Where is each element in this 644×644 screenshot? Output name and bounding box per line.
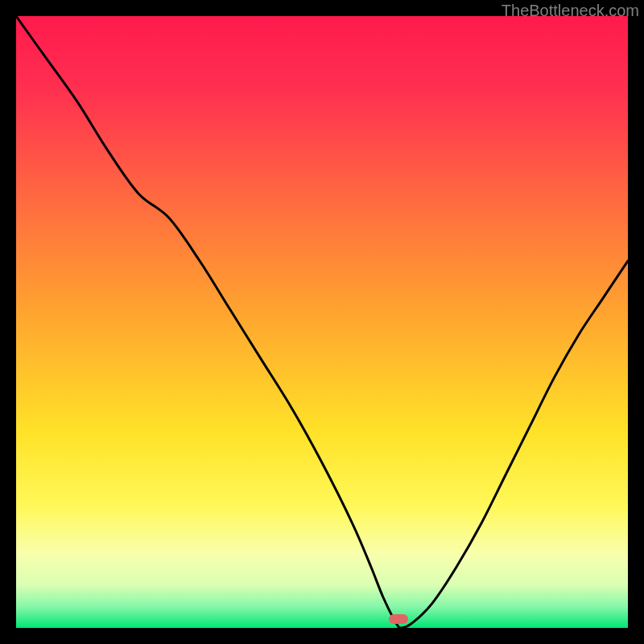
plot-area [16,16,628,628]
svg-rect-0 [16,16,628,628]
gradient-background [16,16,628,628]
chart-frame: TheBottleneck.com [0,0,644,644]
optimal-point-marker [389,614,408,624]
